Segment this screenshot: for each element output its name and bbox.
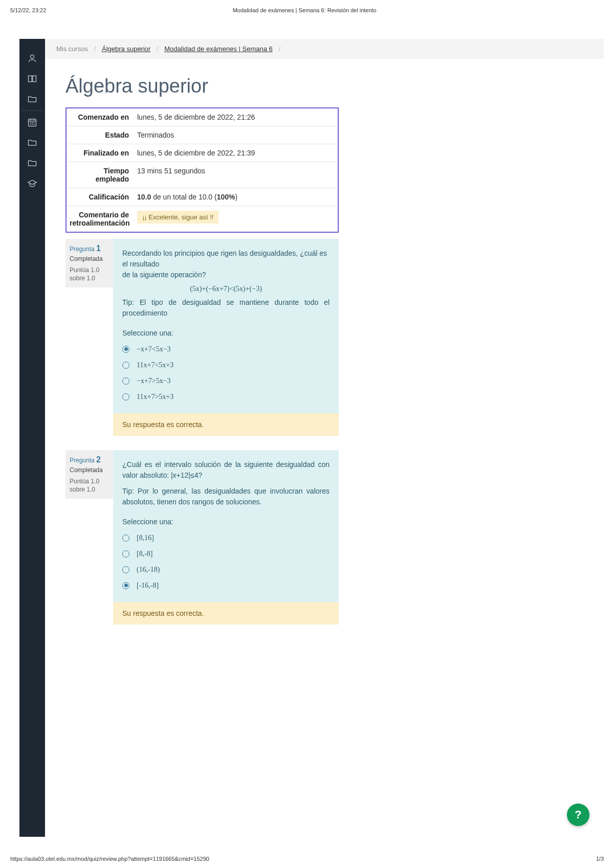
question-prompt: Seleccione una: bbox=[122, 517, 330, 527]
folder-icon bbox=[27, 158, 37, 168]
option-row[interactable]: −x+7>5x−3 bbox=[122, 375, 330, 386]
breadcrumb-root: Mis cursos bbox=[56, 45, 88, 53]
question-2-content: ¿Cuál es el intervalo solución de la sig… bbox=[113, 450, 339, 602]
option-row[interactable]: −x+7<5x−3 bbox=[122, 344, 330, 354]
radio-icon bbox=[122, 582, 129, 589]
svg-point-6 bbox=[32, 124, 33, 125]
option-row[interactable]: [8,-8] bbox=[122, 548, 330, 559]
question-status: Completada bbox=[70, 466, 109, 474]
radio-icon bbox=[122, 346, 129, 353]
folder-icon bbox=[27, 94, 37, 104]
radio-icon bbox=[122, 566, 129, 573]
sidebar-item-folder-1[interactable] bbox=[19, 89, 45, 109]
svg-point-2 bbox=[30, 122, 31, 123]
option-text: [8,-8] bbox=[137, 548, 153, 559]
question-tip: Tip: El tipo de desigualdad se mantiene … bbox=[122, 297, 330, 319]
question-prompt: Seleccione una: bbox=[122, 328, 330, 339]
page-title: Álgebra superior bbox=[45, 59, 604, 107]
summary-row-time: Tiempo empleado 13 mins 51 segundos bbox=[67, 162, 338, 188]
book-icon bbox=[27, 74, 37, 84]
main-content: Mis cursos / Álgebra superior / Modalida… bbox=[45, 39, 604, 837]
print-url: https://aula03.utel.edu.mx/mod/quiz/revi… bbox=[10, 856, 209, 862]
question-grade: Puntúa 1.0 sobre 1.0 bbox=[70, 478, 109, 494]
sidebar bbox=[19, 39, 45, 837]
radio-icon bbox=[122, 393, 129, 400]
summary-row-state: Estado Terminados bbox=[67, 126, 338, 144]
sidebar-item-folder-3[interactable] bbox=[19, 153, 45, 173]
summary-value: ¡¡ Excelente, sigue así !! bbox=[134, 206, 338, 232]
question-text-1: Recordando los principios que rigen las … bbox=[122, 248, 330, 270]
app-container: Mis cursos / Álgebra superior / Modalida… bbox=[19, 39, 604, 837]
option-row[interactable]: (16,-18) bbox=[122, 564, 330, 575]
summary-table: Comenzado en lunes, 5 de diciembre de 20… bbox=[65, 107, 339, 233]
svg-point-3 bbox=[32, 122, 33, 123]
question-number: 1 bbox=[96, 244, 101, 253]
question-1-body: Recordando los principios que rigen las … bbox=[113, 239, 339, 436]
radio-icon bbox=[122, 377, 129, 385]
question-1-content: Recordando los principios que rigen las … bbox=[113, 239, 339, 413]
option-row[interactable]: 11x+7<5x+3 bbox=[122, 360, 330, 370]
option-row[interactable]: 11x+7>5x+3 bbox=[122, 391, 330, 402]
question-2-feedback: Su respuesta es correcta. bbox=[113, 602, 339, 625]
print-page: 1/3 bbox=[596, 856, 604, 862]
print-title: Modalidad de exámenes | Semana 6: Revisi… bbox=[46, 7, 563, 13]
question-label: Pregunta bbox=[70, 246, 96, 253]
help-button[interactable]: ? bbox=[567, 804, 589, 826]
feedback-box: ¡¡ Excelente, sigue así !! bbox=[137, 211, 218, 224]
summary-label: Finalizado en bbox=[67, 144, 134, 162]
option-text: (16,-18) bbox=[137, 564, 160, 575]
question-2-body: ¿Cuál es el intervalo solución de la sig… bbox=[113, 450, 339, 625]
grade-percent: 100% bbox=[217, 193, 235, 201]
question-tip: Tip: Por lo general, las desigualdades q… bbox=[122, 486, 330, 507]
summary-row-finished: Finalizado en lunes, 5 de diciembre de 2… bbox=[67, 144, 338, 162]
question-2-options: [8,16] [8,-8] (16,-18) [-16,-8] bbox=[122, 532, 330, 591]
question-number: 2 bbox=[96, 455, 101, 464]
question-text-1: ¿Cuál es el intervalo solución de la sig… bbox=[122, 459, 330, 481]
sidebar-item-book[interactable] bbox=[19, 69, 45, 89]
option-text: −x+7<5x−3 bbox=[137, 344, 171, 354]
sidebar-item-calendar[interactable] bbox=[19, 112, 45, 132]
breadcrumb: Mis cursos / Álgebra superior / Modalida… bbox=[45, 39, 604, 59]
print-footer: https://aula03.utel.edu.mx/mod/quiz/revi… bbox=[10, 856, 604, 862]
summary-row-grade: Calificación 10.0 de un total de 10.0 (1… bbox=[67, 188, 338, 206]
calendar-icon bbox=[27, 117, 37, 127]
breadcrumb-sep: / bbox=[94, 45, 96, 53]
grade-close: ) bbox=[235, 193, 238, 201]
user-icon bbox=[27, 53, 37, 63]
print-header: 5/12/22, 23:22 Modalidad de exámenes | S… bbox=[0, 0, 614, 18]
summary-value: lunes, 5 de diciembre de 2022, 21:26 bbox=[134, 108, 338, 126]
option-text: [-16,-8] bbox=[137, 580, 159, 591]
question-2: Pregunta 2 Completada Puntúa 1.0 sobre 1… bbox=[65, 450, 339, 625]
question-1: Pregunta 1 Completada Puntúa 1.0 sobre 1… bbox=[65, 239, 339, 436]
option-text: −x+7>5x−3 bbox=[137, 375, 171, 386]
svg-point-7 bbox=[34, 124, 34, 125]
summary-row-started: Comenzado en lunes, 5 de diciembre de 20… bbox=[67, 108, 338, 126]
breadcrumb-course-link[interactable]: Álgebra superior bbox=[102, 45, 150, 53]
summary-row-feedback: Comentario de retroalimentación ¡¡ Excel… bbox=[67, 206, 338, 232]
svg-point-0 bbox=[31, 55, 34, 58]
sidebar-item-grad[interactable] bbox=[19, 173, 45, 194]
breadcrumb-sep: / bbox=[157, 45, 159, 53]
summary-value: lunes, 5 de diciembre de 2022, 21:39 bbox=[134, 144, 338, 162]
option-row[interactable]: [-16,-8] bbox=[122, 580, 330, 591]
question-1-info: Pregunta 1 Completada Puntúa 1.0 sobre 1… bbox=[65, 239, 113, 287]
summary-label: Calificación bbox=[67, 188, 134, 206]
sidebar-item-folder-2[interactable] bbox=[19, 132, 45, 153]
radio-icon bbox=[122, 550, 129, 558]
sidebar-item-profile[interactable] bbox=[19, 48, 45, 69]
summary-value: 10.0 de un total de 10.0 (100%) bbox=[134, 188, 338, 206]
option-row[interactable]: [8,16] bbox=[122, 532, 330, 543]
question-equation: (5x)+(−6x+7)<(5x)+(−3) bbox=[122, 283, 330, 294]
svg-point-5 bbox=[30, 124, 31, 125]
help-icon: ? bbox=[575, 808, 581, 821]
radio-icon bbox=[122, 362, 129, 369]
summary-label: Comentario de retroalimentación bbox=[67, 206, 134, 232]
radio-icon bbox=[122, 535, 129, 542]
question-text-2: de la siguiente operación? bbox=[122, 270, 330, 280]
question-2-info: Pregunta 2 Completada Puntúa 1.0 sobre 1… bbox=[65, 450, 113, 499]
option-text: 11x+7>5x+3 bbox=[137, 391, 173, 402]
print-date: 5/12/22, 23:22 bbox=[10, 7, 46, 13]
breadcrumb-activity-link[interactable]: Modalidad de exámenes | Semana 6 bbox=[164, 45, 273, 53]
graduation-cap-icon bbox=[27, 179, 37, 189]
breadcrumb-sep: / bbox=[278, 45, 280, 53]
